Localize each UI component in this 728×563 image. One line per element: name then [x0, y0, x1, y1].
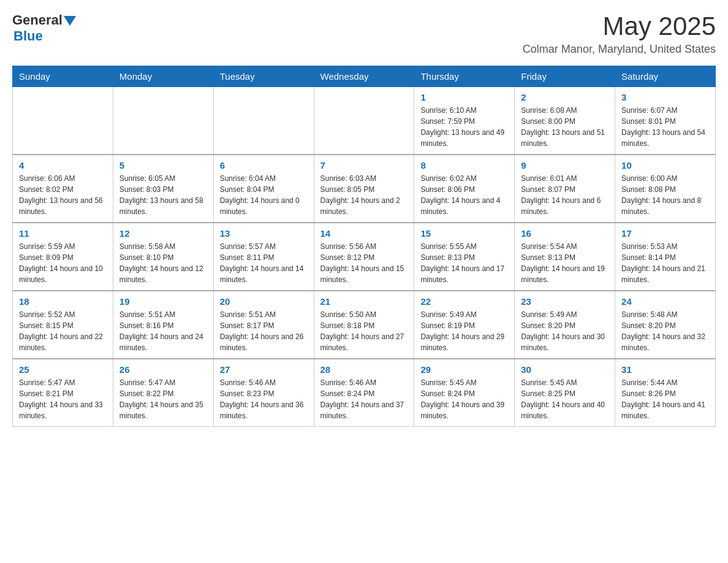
day-info: Sunrise: 6:01 AM Sunset: 8:07 PM Dayligh… — [521, 173, 609, 217]
day-number: 25 — [19, 364, 107, 375]
day-info: Sunrise: 5:59 AM Sunset: 8:09 PM Dayligh… — [19, 241, 107, 285]
calendar-header-row: SundayMondayTuesdayWednesdayThursdayFrid… — [13, 66, 716, 87]
calendar-week-row: 18Sunrise: 5:52 AM Sunset: 8:15 PM Dayli… — [13, 291, 716, 359]
day-info: Sunrise: 5:57 AM Sunset: 8:11 PM Dayligh… — [220, 241, 308, 285]
day-header-sunday: Sunday — [13, 66, 113, 87]
calendar-cell: 5Sunrise: 6:05 AM Sunset: 8:03 PM Daylig… — [113, 155, 213, 223]
day-info: Sunrise: 5:55 AM Sunset: 8:13 PM Dayligh… — [420, 241, 508, 285]
calendar-cell: 4Sunrise: 6:06 AM Sunset: 8:02 PM Daylig… — [13, 155, 113, 223]
calendar-cell: 1Sunrise: 6:10 AM Sunset: 7:59 PM Daylig… — [414, 87, 515, 155]
day-info: Sunrise: 5:56 AM Sunset: 8:12 PM Dayligh… — [320, 241, 408, 285]
day-info: Sunrise: 5:51 AM Sunset: 8:17 PM Dayligh… — [220, 309, 308, 353]
day-header-tuesday: Tuesday — [213, 66, 314, 87]
calendar-cell — [13, 87, 113, 155]
calendar-cell: 21Sunrise: 5:50 AM Sunset: 8:18 PM Dayli… — [314, 291, 414, 359]
day-number: 4 — [19, 160, 107, 170]
calendar-cell: 31Sunrise: 5:44 AM Sunset: 8:26 PM Dayli… — [615, 359, 716, 427]
day-info: Sunrise: 5:48 AM Sunset: 8:20 PM Dayligh… — [621, 309, 709, 353]
day-info: Sunrise: 5:47 AM Sunset: 8:22 PM Dayligh… — [119, 377, 207, 421]
day-info: Sunrise: 6:03 AM Sunset: 8:05 PM Dayligh… — [320, 173, 408, 217]
calendar-cell: 15Sunrise: 5:55 AM Sunset: 8:13 PM Dayli… — [414, 223, 515, 291]
calendar-cell: 7Sunrise: 6:03 AM Sunset: 8:05 PM Daylig… — [314, 155, 414, 223]
calendar-cell: 30Sunrise: 5:45 AM Sunset: 8:25 PM Dayli… — [515, 359, 615, 427]
day-header-thursday: Thursday — [414, 66, 515, 87]
calendar-cell: 8Sunrise: 6:02 AM Sunset: 8:06 PM Daylig… — [414, 155, 515, 223]
day-number: 7 — [320, 160, 408, 170]
day-number: 13 — [220, 228, 308, 239]
day-number: 3 — [621, 92, 709, 102]
day-header-saturday: Saturday — [615, 66, 716, 87]
day-number: 18 — [19, 296, 107, 307]
calendar-cell: 20Sunrise: 5:51 AM Sunset: 8:17 PM Dayli… — [213, 291, 314, 359]
day-info: Sunrise: 5:47 AM Sunset: 8:21 PM Dayligh… — [19, 377, 107, 421]
day-info: Sunrise: 6:07 AM Sunset: 8:01 PM Dayligh… — [621, 105, 709, 149]
day-number: 31 — [621, 364, 709, 375]
day-number: 6 — [220, 160, 308, 170]
day-number: 21 — [320, 296, 408, 307]
day-info: Sunrise: 5:58 AM Sunset: 8:10 PM Dayligh… — [119, 241, 207, 285]
day-header-friday: Friday — [515, 66, 615, 87]
calendar-week-row: 25Sunrise: 5:47 AM Sunset: 8:21 PM Dayli… — [13, 359, 716, 427]
calendar-cell: 11Sunrise: 5:59 AM Sunset: 8:09 PM Dayli… — [13, 223, 113, 291]
day-info: Sunrise: 5:46 AM Sunset: 8:23 PM Dayligh… — [220, 377, 308, 421]
day-info: Sunrise: 5:53 AM Sunset: 8:14 PM Dayligh… — [621, 241, 709, 285]
day-number: 19 — [119, 296, 207, 307]
day-number: 27 — [220, 364, 308, 375]
calendar-table: SundayMondayTuesdayWednesdayThursdayFrid… — [12, 66, 716, 427]
title-area: May 2025 Colmar Manor, Maryland, United … — [523, 12, 716, 56]
calendar-cell: 26Sunrise: 5:47 AM Sunset: 8:22 PM Dayli… — [113, 359, 213, 427]
day-info: Sunrise: 6:00 AM Sunset: 8:08 PM Dayligh… — [621, 173, 709, 217]
day-number: 23 — [521, 296, 609, 307]
day-info: Sunrise: 5:52 AM Sunset: 8:15 PM Dayligh… — [19, 309, 107, 353]
logo-general-text: General — [12, 12, 63, 28]
calendar-cell: 3Sunrise: 6:07 AM Sunset: 8:01 PM Daylig… — [615, 87, 716, 155]
day-number: 20 — [220, 296, 308, 307]
calendar-cell: 13Sunrise: 5:57 AM Sunset: 8:11 PM Dayli… — [213, 223, 314, 291]
day-number: 9 — [521, 160, 609, 170]
calendar-cell: 16Sunrise: 5:54 AM Sunset: 8:13 PM Dayli… — [515, 223, 615, 291]
calendar-cell: 18Sunrise: 5:52 AM Sunset: 8:15 PM Dayli… — [13, 291, 113, 359]
day-info: Sunrise: 5:51 AM Sunset: 8:16 PM Dayligh… — [119, 309, 207, 353]
day-info: Sunrise: 5:45 AM Sunset: 8:25 PM Dayligh… — [521, 377, 609, 421]
day-number: 15 — [420, 228, 508, 239]
day-info: Sunrise: 6:02 AM Sunset: 8:06 PM Dayligh… — [420, 173, 508, 217]
day-number: 11 — [19, 228, 107, 239]
day-info: Sunrise: 6:04 AM Sunset: 8:04 PM Dayligh… — [220, 173, 308, 217]
day-number: 5 — [119, 160, 207, 170]
day-number: 29 — [420, 364, 508, 375]
logo-triangle-icon — [64, 16, 76, 26]
day-info: Sunrise: 5:49 AM Sunset: 8:20 PM Dayligh… — [521, 309, 609, 353]
calendar-cell — [314, 87, 414, 155]
logo-blue-text: Blue — [13, 28, 43, 44]
day-info: Sunrise: 5:54 AM Sunset: 8:13 PM Dayligh… — [521, 241, 609, 285]
day-header-wednesday: Wednesday — [314, 66, 414, 87]
calendar-week-row: 4Sunrise: 6:06 AM Sunset: 8:02 PM Daylig… — [13, 155, 716, 223]
header: General Blue May 2025 Colmar Manor, Mary… — [12, 12, 716, 56]
logo: General Blue — [12, 12, 76, 44]
day-number: 8 — [420, 160, 508, 170]
calendar-cell — [213, 87, 314, 155]
day-info: Sunrise: 6:05 AM Sunset: 8:03 PM Dayligh… — [119, 173, 207, 217]
day-info: Sunrise: 5:49 AM Sunset: 8:19 PM Dayligh… — [420, 309, 508, 353]
calendar-week-row: 1Sunrise: 6:10 AM Sunset: 7:59 PM Daylig… — [13, 87, 716, 155]
month-year-title: May 2025 — [523, 12, 716, 40]
day-number: 17 — [621, 228, 709, 239]
calendar-cell: 12Sunrise: 5:58 AM Sunset: 8:10 PM Dayli… — [113, 223, 213, 291]
calendar-week-row: 11Sunrise: 5:59 AM Sunset: 8:09 PM Dayli… — [13, 223, 716, 291]
calendar-cell: 9Sunrise: 6:01 AM Sunset: 8:07 PM Daylig… — [515, 155, 615, 223]
day-number: 24 — [621, 296, 709, 307]
calendar-cell: 2Sunrise: 6:08 AM Sunset: 8:00 PM Daylig… — [515, 87, 615, 155]
day-header-monday: Monday — [113, 66, 213, 87]
day-info: Sunrise: 5:45 AM Sunset: 8:24 PM Dayligh… — [420, 377, 508, 421]
day-info: Sunrise: 5:50 AM Sunset: 8:18 PM Dayligh… — [320, 309, 408, 353]
day-info: Sunrise: 5:46 AM Sunset: 8:24 PM Dayligh… — [320, 377, 408, 421]
calendar-cell: 27Sunrise: 5:46 AM Sunset: 8:23 PM Dayli… — [213, 359, 314, 427]
calendar-cell: 24Sunrise: 5:48 AM Sunset: 8:20 PM Dayli… — [615, 291, 716, 359]
calendar-cell: 28Sunrise: 5:46 AM Sunset: 8:24 PM Dayli… — [314, 359, 414, 427]
day-info: Sunrise: 6:08 AM Sunset: 8:00 PM Dayligh… — [521, 105, 609, 149]
day-number: 26 — [119, 364, 207, 375]
day-number: 14 — [320, 228, 408, 239]
calendar-cell: 10Sunrise: 6:00 AM Sunset: 8:08 PM Dayli… — [615, 155, 716, 223]
day-info: Sunrise: 6:10 AM Sunset: 7:59 PM Dayligh… — [420, 105, 508, 149]
calendar-cell: 14Sunrise: 5:56 AM Sunset: 8:12 PM Dayli… — [314, 223, 414, 291]
